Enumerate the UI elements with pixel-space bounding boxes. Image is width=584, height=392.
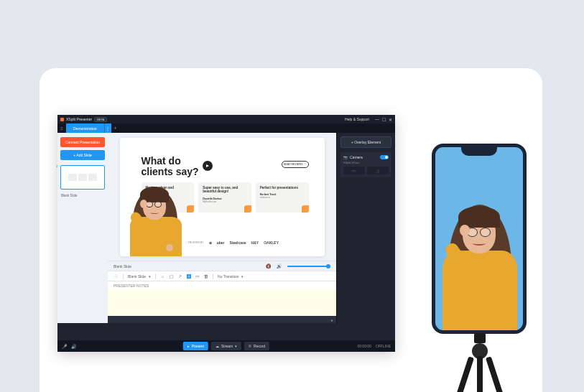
record-button[interactable]: Record: [244, 342, 269, 350]
overlay-element-button[interactable]: + Overlay Element: [340, 136, 391, 148]
timer: 00:00:00: [357, 344, 371, 348]
slide-number: 1: [56, 164, 57, 168]
tab-active[interactable]: Demonstration: [66, 123, 104, 133]
status-label: OFFLINE: [376, 344, 391, 348]
slide-controls-row: Blank Slide 🔇 🔊: [108, 261, 336, 271]
camera-section: 📷 Camera XSplit VCam ▭ ▯: [340, 152, 391, 177]
volume-slider[interactable]: [287, 266, 330, 267]
camera-layout-2-button[interactable]: ▯: [367, 167, 389, 174]
camera-source-label: XSplit VCam: [343, 161, 389, 164]
shape-square-icon[interactable]: ▢: [169, 274, 174, 279]
slides-sidebar: Connect Presentation + Add Slide 1 Blank…: [57, 133, 108, 323]
menu-icon[interactable]: ≡: [57, 126, 66, 131]
camera-layout-1-button[interactable]: ▭: [343, 167, 365, 174]
titlebar: XSplit Presenter BETA Help & Support — ☐…: [57, 115, 395, 123]
tripod: [448, 333, 512, 392]
mic-icon[interactable]: 🎤: [62, 344, 67, 349]
beta-badge: BETA: [94, 117, 107, 122]
collapse-bar[interactable]: ◂: [108, 316, 336, 323]
list-icon[interactable]: ☰: [113, 274, 119, 279]
stream-button[interactable]: ☁Stream▾: [211, 342, 241, 350]
slide-canvas[interactable]: What doclients say? READ REVIEWS → Moder…: [108, 133, 336, 261]
tab-add-button[interactable]: +: [111, 125, 120, 131]
present-button[interactable]: ▸Present: [183, 342, 208, 350]
testimonial-card: Super easy to use, and beautiful design!…: [198, 182, 251, 213]
presenter-notes-header: PRESENTER NOTES: [108, 281, 336, 289]
shape-line-icon[interactable]: ↗: [177, 274, 182, 279]
tab-menu-button[interactable]: ⋮: [104, 123, 111, 133]
camera-icon: 📷: [343, 155, 348, 159]
slide-name-label: Blank Slide: [113, 264, 131, 269]
mute-icon[interactable]: 🔇: [266, 263, 271, 269]
camera-title: Camera: [350, 155, 363, 159]
image-tool-icon[interactable]: ▭: [195, 274, 200, 279]
layout-dropdown[interactable]: Blank Slide▾: [128, 274, 151, 279]
text-tool-icon[interactable]: 🅰: [186, 274, 191, 279]
camera-toggle[interactable]: [380, 155, 389, 159]
play-icon: [203, 161, 213, 171]
phone-mockup: [432, 144, 527, 334]
close-button[interactable]: ✕: [389, 117, 392, 122]
app-logo-icon: [60, 118, 64, 121]
camera-preview-person: [435, 190, 523, 330]
right-panel: + Overlay Element 📷 Camera XSplit VCam ▭…: [336, 133, 395, 323]
transition-dropdown[interactable]: No Transition▾: [218, 274, 244, 279]
volume-icon[interactable]: 🔊: [277, 263, 282, 269]
speaker-icon[interactable]: 🔊: [71, 344, 76, 349]
toolbar-row: ☰ Blank Slide▾ ○ ▢ ↗ 🅰 ▭ 🗑 No Transition…: [108, 271, 336, 281]
slide-thumbnail[interactable]: [60, 165, 105, 190]
bottom-bar: 🎤 🔊 ▸Present ☁Stream▾ Record 00:00:00 OF…: [57, 340, 395, 352]
slide-content: What doclients say? READ REVIEWS → Moder…: [120, 138, 325, 256]
app-title: XSplit Presenter: [66, 117, 92, 121]
help-link[interactable]: Help & Support: [345, 117, 369, 121]
presenter-overlay-person: [120, 174, 195, 256]
minimize-button[interactable]: —: [375, 117, 379, 122]
app-window: XSplit Presenter BETA Help & Support — ☐…: [57, 115, 395, 352]
reviews-button: READ REVIEWS →: [282, 161, 309, 168]
shape-circle-icon[interactable]: ○: [160, 274, 165, 279]
presenter-notes-body[interactable]: [108, 289, 336, 316]
testimonial-card: Perfect for presentations Herbert Trask …: [256, 182, 309, 213]
tab-bar: ≡ Demonstration ⋮ +: [57, 123, 395, 133]
delete-icon[interactable]: 🗑: [203, 274, 208, 279]
slide-thumbnail-label: Blank Slide: [57, 194, 78, 197]
connect-presentation-button[interactable]: Connect Presentation: [60, 137, 105, 147]
trusted-by-row: TRUSTED BY ⊛ uber Steelcase H&Y OAKLEY: [188, 241, 309, 245]
maximize-button[interactable]: ☐: [382, 117, 386, 122]
add-slide-button[interactable]: + Add Slide: [60, 150, 105, 160]
